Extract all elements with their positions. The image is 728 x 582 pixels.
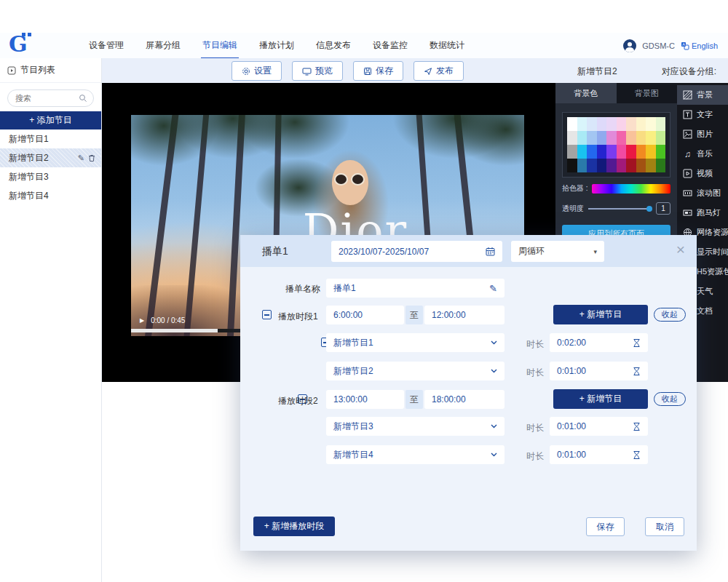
color-swatch[interactable] (567, 117, 577, 131)
color-swatch[interactable] (656, 117, 666, 131)
color-swatch[interactable] (597, 117, 607, 131)
tool-scrolling-image[interactable]: 滚动图 (677, 183, 728, 203)
add-program-to-section-2-button[interactable]: + 新增节目 (553, 389, 648, 409)
nav-item-info-publish[interactable]: 信息发布 (314, 33, 352, 59)
play-icon[interactable]: ▶ (140, 317, 144, 324)
color-spectrum-bar[interactable] (592, 184, 670, 194)
color-swatch[interactable] (587, 145, 597, 159)
color-swatch[interactable] (656, 159, 666, 172)
edit-icon[interactable]: ✎ (489, 283, 497, 294)
repeat-mode-select[interactable]: 周循环 ▾ (511, 241, 604, 262)
opacity-slider[interactable] (588, 208, 652, 210)
color-swatch[interactable] (587, 117, 597, 131)
color-swatch[interactable] (567, 131, 577, 145)
color-swatch[interactable] (656, 145, 666, 159)
color-swatch[interactable] (606, 145, 617, 159)
nav-item-play-schedule[interactable]: 播放计划 (258, 33, 296, 59)
duration-input[interactable]: 0:01:00 (550, 445, 648, 464)
color-swatch[interactable] (617, 159, 627, 172)
program-item-3[interactable]: 新增节目3 (0, 167, 101, 186)
program-item-1[interactable]: 新增节目1 (0, 129, 101, 148)
color-swatch[interactable] (617, 117, 627, 131)
tab-background-image[interactable]: 背景图 (617, 83, 678, 103)
color-swatch[interactable] (617, 131, 627, 145)
add-program-button[interactable]: + 添加节目 (0, 111, 101, 129)
color-swatch[interactable] (646, 145, 656, 159)
program-select[interactable]: 新增节目3 (326, 417, 505, 436)
remove-section-icon[interactable] (262, 310, 272, 319)
color-swatch[interactable] (626, 145, 636, 159)
user-avatar[interactable] (623, 39, 636, 52)
color-swatch[interactable] (646, 159, 656, 172)
close-icon[interactable]: × (676, 241, 685, 258)
color-swatch[interactable] (646, 117, 656, 131)
add-time-section-button[interactable]: + 新增播放时段 (253, 517, 335, 536)
tool-text[interactable]: 文字 (677, 105, 728, 124)
section-1-start-input[interactable]: 6:00:00 (326, 306, 404, 324)
tool-image[interactable]: 图片 (677, 124, 728, 144)
color-swatch[interactable] (577, 131, 587, 145)
nav-item-device-monitor[interactable]: 设备监控 (371, 33, 409, 59)
color-swatch[interactable] (597, 145, 607, 159)
tool-video[interactable]: 视频 (677, 164, 728, 183)
nav-item-data-stats[interactable]: 数据统计 (428, 33, 466, 59)
program-item-4[interactable]: 新增节目4 (0, 186, 101, 205)
color-swatch[interactable] (626, 117, 636, 131)
add-program-to-section-1-button[interactable]: + 新增节目 (553, 305, 648, 324)
date-range-input[interactable]: 2023/10/07-2025/10/07 (331, 241, 502, 262)
tool-music[interactable]: ♫ 音乐 (677, 144, 728, 164)
color-swatch[interactable] (606, 159, 617, 172)
dialog-save-button[interactable]: 保存 (586, 517, 625, 536)
color-swatch[interactable] (577, 145, 587, 159)
opacity-value[interactable]: 1 (656, 202, 670, 215)
trash-icon[interactable] (88, 154, 95, 162)
color-swatch[interactable] (577, 117, 587, 131)
preview-button[interactable]: 预览 (292, 61, 343, 81)
tab-background-color[interactable]: 背景色 (555, 83, 617, 103)
color-swatch[interactable] (626, 131, 636, 145)
color-swatch[interactable] (636, 159, 646, 172)
language-switch[interactable]: A English (681, 41, 718, 50)
color-swatch[interactable] (636, 117, 646, 131)
program-select[interactable]: 新增节目4 (326, 445, 505, 464)
nav-item-device-management[interactable]: 设备管理 (87, 33, 125, 59)
program-item-2-selected[interactable]: 新增节目2 ✎ (0, 148, 101, 167)
program-select[interactable]: 新增节目2 (326, 362, 505, 380)
dialog-cancel-button[interactable]: 取消 (645, 517, 684, 536)
color-swatch[interactable] (597, 131, 607, 145)
color-swatch[interactable] (636, 145, 646, 159)
color-swatch[interactable] (646, 131, 656, 145)
section-1-end-input[interactable]: 12:00:00 (424, 306, 505, 324)
publish-button[interactable]: 发布 (414, 61, 464, 81)
section-2-start-input[interactable]: 13:00:00 (326, 390, 404, 409)
opacity-slider-handle[interactable] (646, 206, 652, 212)
edit-icon[interactable]: ✎ (78, 154, 84, 163)
color-swatch[interactable] (636, 131, 646, 145)
settings-button[interactable]: 设置 (232, 61, 282, 81)
tool-background[interactable]: 背景 (677, 85, 728, 105)
color-swatch[interactable] (597, 159, 607, 172)
program-select[interactable]: 新增节目1 (326, 333, 505, 352)
color-swatch[interactable] (606, 117, 617, 131)
playlist-name-input[interactable]: 播单1 ✎ (326, 279, 505, 298)
duration-input[interactable]: 0:01:00 (550, 362, 648, 380)
tool-marquee[interactable]: 跑马灯 (677, 203, 728, 223)
video-controls[interactable]: ▶ 0:00 / 0:45 (140, 316, 185, 324)
color-swatch[interactable] (577, 159, 587, 172)
color-swatch[interactable] (567, 145, 577, 159)
duration-input[interactable]: 0:02:00 (550, 333, 648, 352)
section-2-end-input[interactable]: 18:00:00 (424, 390, 505, 409)
color-swatch[interactable] (606, 131, 617, 145)
nav-item-program-edit[interactable]: 节目编辑 (201, 33, 239, 59)
color-swatch[interactable] (587, 131, 597, 145)
color-swatch[interactable] (656, 131, 666, 145)
collapse-section-1-button[interactable]: 收起 (654, 308, 686, 322)
collapse-section-2-button[interactable]: 收起 (654, 392, 686, 406)
color-swatch[interactable] (587, 159, 597, 172)
duration-input[interactable]: 0:01:00 (550, 417, 648, 436)
color-swatch[interactable] (567, 159, 577, 172)
color-swatch[interactable] (626, 159, 636, 172)
color-swatch[interactable] (617, 145, 627, 159)
nav-item-screen-groups[interactable]: 屏幕分组 (144, 33, 182, 59)
save-button[interactable]: 保存 (353, 61, 403, 81)
